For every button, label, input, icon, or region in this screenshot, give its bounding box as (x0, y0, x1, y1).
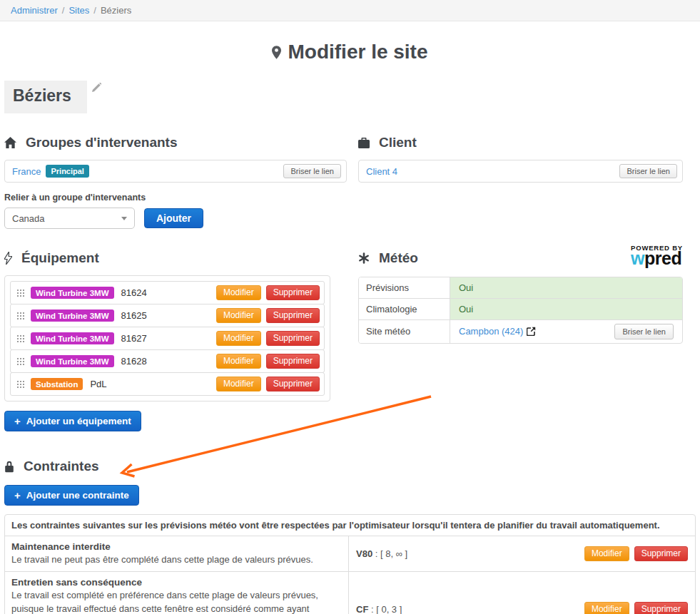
equipment-row: Wind Turbine 3MW 81625 Modifier Supprime… (10, 304, 325, 327)
constraints-table-header: Les contraintes suivantes sur les prévis… (5, 515, 695, 536)
client-section: Client Client 4 Briser le lien (358, 113, 683, 183)
plus-icon: + (14, 416, 21, 426)
site-name: Béziers (4, 81, 87, 113)
breadcrumb-link-administrer[interactable]: Administrer (11, 5, 58, 16)
drag-handle-icon[interactable] (16, 312, 24, 319)
map-marker-icon (272, 46, 281, 59)
constraints-section: Contraintes + Ajouter une contrainte Les… (4, 459, 696, 614)
meteo-site-link[interactable]: Campbon (424) (459, 326, 523, 337)
constraint-range: : [ 0, 3 ] (368, 604, 402, 614)
wpred-brand-rest: pred (644, 248, 681, 268)
modify-equipment-button[interactable]: Modifier (216, 354, 261, 369)
drag-handle-icon[interactable] (16, 357, 24, 365)
asterisk-icon (358, 252, 370, 264)
meteo-table: Prévisions Oui Climatologie Oui Site mét… (358, 277, 683, 344)
client-heading-text: Client (379, 135, 417, 150)
delete-equipment-button[interactable]: Supprimer (266, 354, 320, 369)
equipment-row: Wind Turbine 3MW 81628 Modifier Supprime… (10, 349, 325, 373)
add-equipment-button[interactable]: + Ajouter un équipement (4, 411, 141, 431)
equipment-name: 81625 (121, 310, 147, 321)
constraint-title: Entretien sans conséquence (11, 577, 342, 588)
meteo-row: Site météo Campbon (424) Briser le lien (359, 319, 682, 343)
meteo-row-label: Climatologie (359, 299, 450, 319)
delete-equipment-button[interactable]: Supprimer (266, 285, 320, 300)
wpred-brand-w: w (631, 248, 644, 268)
constraints-heading: Contraintes (4, 459, 696, 474)
equipment-type-badge: Substation (31, 378, 83, 390)
group-link-france[interactable]: France (12, 166, 41, 177)
meteo-row-value: Oui (450, 277, 682, 298)
constraints-table: Les contraintes suivantes sur les prévis… (4, 514, 696, 614)
meteo-row: Climatologie Oui (359, 298, 682, 319)
equipment-row: Substation PdL Modifier Supprimer (10, 372, 325, 396)
equipment-type-badge: Wind Turbine 3MW (31, 355, 114, 367)
client-link[interactable]: Client 4 (366, 166, 397, 177)
breadcrumb-link-sites[interactable]: Sites (69, 5, 89, 16)
relier-label: Relier à un groupe d'intervenants (4, 193, 347, 203)
principal-badge: Principal (46, 165, 88, 178)
unlink-client-button[interactable]: Briser le lien (619, 164, 677, 178)
equipment-type-badge: Wind Turbine 3MW (31, 332, 114, 344)
delete-constraint-button[interactable]: Supprimer (634, 602, 688, 614)
page-title: Modifier le site (272, 41, 427, 63)
equipment-heading-text: Équipement (21, 250, 99, 266)
unlink-meteo-button[interactable]: Briser le lien (614, 324, 674, 339)
modify-equipment-button[interactable]: Modifier (216, 377, 261, 392)
page-title-text: Modifier le site (288, 41, 427, 63)
constraint-metric: CF (356, 604, 368, 614)
constraints-heading-text: Contraintes (24, 459, 99, 474)
equipment-name: 81628 (121, 356, 147, 367)
add-constraint-label: Ajouter une contrainte (26, 490, 129, 501)
add-constraint-button[interactable]: + Ajouter une contrainte (4, 485, 139, 506)
delete-equipment-button[interactable]: Supprimer (266, 377, 320, 392)
home-icon (4, 137, 16, 148)
delete-equipment-button[interactable]: Supprimer (266, 308, 320, 323)
meteo-row-value: Oui (450, 299, 682, 319)
group-select-value: Canada (12, 213, 45, 224)
equipment-list: Wind Turbine 3MW 81624 Modifier Supprime… (4, 275, 330, 401)
meteo-heading-text: Météo (379, 250, 418, 266)
modify-equipment-button[interactable]: Modifier (216, 285, 261, 300)
constraint-row: Entretien sans conséquence Le travail es… (5, 571, 695, 614)
delete-equipment-button[interactable]: Supprimer (266, 331, 320, 346)
equipment-name: PdL (90, 379, 106, 389)
drag-handle-icon[interactable] (16, 334, 24, 342)
modify-constraint-button[interactable]: Modifier (584, 602, 629, 614)
constraint-description: Le travail est complété en préférence da… (11, 589, 342, 614)
breadcrumb-separator: / (93, 5, 96, 16)
constraint-metric: V80 (356, 548, 372, 559)
client-heading: Client (358, 135, 683, 150)
groups-heading: Groupes d'intervenants (4, 135, 347, 150)
meteo-heading: Météo (358, 250, 418, 266)
constraint-range: : [ 8, ∞ ] (372, 548, 407, 559)
equipment-row: Wind Turbine 3MW 81624 Modifier Supprime… (10, 281, 325, 305)
unlink-group-button[interactable]: Briser le lien (283, 164, 341, 178)
groups-section: Groupes d'intervenants France Principal … (4, 113, 347, 229)
groups-heading-text: Groupes d'intervenants (26, 135, 178, 150)
add-group-button[interactable]: Ajouter (144, 208, 203, 228)
constraint-title: Maintenance interdite (11, 541, 342, 552)
lock-icon (4, 461, 14, 473)
edit-pencil-icon[interactable] (91, 83, 101, 93)
external-link-icon[interactable] (527, 327, 536, 336)
plus-icon: + (14, 490, 21, 501)
add-equipment-label: Ajouter un équipement (26, 416, 131, 426)
modify-constraint-button[interactable]: Modifier (584, 546, 629, 561)
meteo-row-label: Prévisions (359, 277, 450, 298)
equipment-name: 81627 (121, 333, 147, 344)
delete-constraint-button[interactable]: Supprimer (634, 546, 688, 561)
briefcase-icon (358, 138, 370, 148)
equipment-type-badge: Wind Turbine 3MW (31, 309, 114, 322)
drag-handle-icon[interactable] (16, 289, 24, 297)
meteo-row: Prévisions Oui (359, 277, 682, 298)
modify-equipment-button[interactable]: Modifier (216, 331, 261, 346)
group-select[interactable]: Canada (4, 208, 135, 229)
modify-equipment-button[interactable]: Modifier (216, 308, 261, 323)
lightning-icon (4, 252, 12, 265)
wpred-logo: POWERED BY wpred (631, 245, 683, 267)
drag-handle-icon[interactable] (16, 380, 24, 388)
constraint-row: Maintenance interdite Le travail ne peut… (5, 536, 695, 571)
equipment-name: 81624 (121, 287, 147, 298)
equipment-heading: Équipement (4, 250, 347, 266)
equipment-type-badge: Wind Turbine 3MW (31, 287, 114, 299)
